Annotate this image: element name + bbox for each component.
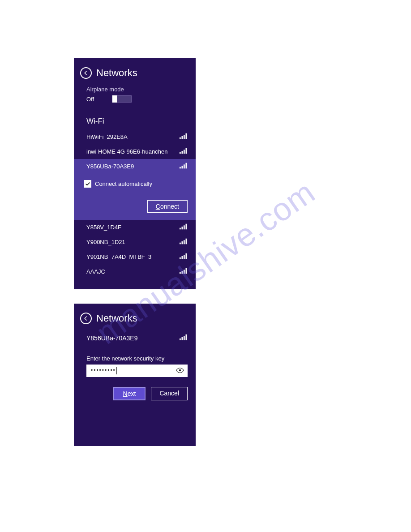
password-mask: ••••••••• <box>91 367 117 374</box>
airplane-mode-label: Airplane mode <box>86 86 188 93</box>
svg-rect-19 <box>186 239 187 245</box>
network-name: Y856UBa-70A3E9 <box>86 163 134 170</box>
wifi-signal-icon <box>180 133 188 141</box>
wifi-signal-icon <box>180 148 188 155</box>
network-item[interactable]: Y900NB_1D21 <box>74 235 196 249</box>
panel-header: Networks <box>74 58 196 83</box>
back-arrow-icon <box>83 315 89 322</box>
svg-rect-8 <box>180 167 181 169</box>
svg-rect-4 <box>180 152 181 154</box>
svg-rect-31 <box>186 335 187 340</box>
svg-rect-24 <box>180 272 181 274</box>
panel-title: Networks <box>96 313 137 324</box>
wifi-signal-icon <box>180 223 188 231</box>
wifi-signal-icon <box>180 238 188 246</box>
wifi-heading: Wi-Fi <box>74 111 196 129</box>
svg-rect-5 <box>182 151 183 154</box>
svg-rect-26 <box>184 270 185 274</box>
svg-rect-25 <box>182 271 183 274</box>
wifi-signal-icon <box>180 163 188 170</box>
svg-rect-0 <box>180 137 181 139</box>
svg-rect-2 <box>184 135 185 139</box>
svg-rect-23 <box>186 253 187 259</box>
svg-rect-17 <box>182 241 183 244</box>
svg-rect-12 <box>180 228 181 230</box>
network-item[interactable]: inwi HOME 4G 96E6-huanchen <box>74 144 196 159</box>
network-name: Y900NB_1D21 <box>86 239 125 245</box>
wifi-signal-icon <box>180 253 188 261</box>
network-name: Y901NB_7A4D_MTBF_3 <box>86 253 151 260</box>
wifi-signal-icon <box>180 334 188 342</box>
network-item[interactable]: AAAJC <box>74 264 196 279</box>
svg-rect-15 <box>186 224 187 230</box>
networks-password-panel: Networks Y856UBa-70A3E9 Enter the networ… <box>74 304 196 446</box>
airplane-mode-toggle[interactable] <box>112 95 132 103</box>
svg-rect-28 <box>180 339 181 340</box>
network-list: HiWiFi_292E8A inwi HOME 4G 96E6-huanchen… <box>74 129 196 279</box>
network-item[interactable]: HiWiFi_292E8A <box>74 129 196 144</box>
connect-automatically-row[interactable]: Connect automatically <box>84 180 188 188</box>
networks-charm-panel: Networks Airplane mode Off Wi-Fi HiWiFi_… <box>74 58 196 289</box>
security-key-input[interactable]: ••••••••• <box>86 365 188 377</box>
svg-rect-9 <box>182 166 183 168</box>
network-name: inwi HOME 4G 96E6-huanchen <box>86 148 167 155</box>
svg-rect-3 <box>186 133 187 139</box>
svg-rect-1 <box>182 136 183 139</box>
current-network-row: Y856UBa-70A3E9 <box>74 329 196 347</box>
current-network-name: Y856UBa-70A3E9 <box>86 335 137 342</box>
connect-button[interactable]: Connect <box>147 200 188 213</box>
network-name: AAAJC <box>86 268 105 275</box>
network-expanded-area: Connect automatically Connect <box>74 174 196 220</box>
svg-rect-30 <box>184 336 185 340</box>
svg-point-32 <box>179 369 181 372</box>
wifi-signal-icon <box>180 268 188 275</box>
network-item-selected[interactable]: Y856UBa-70A3E9 <box>74 159 196 174</box>
svg-rect-11 <box>186 163 187 169</box>
svg-rect-21 <box>182 256 183 259</box>
checkmark-icon <box>85 181 90 187</box>
connect-automatically-checkbox[interactable] <box>84 180 91 188</box>
back-button[interactable] <box>80 313 92 324</box>
back-button[interactable] <box>80 67 92 79</box>
network-name: Y858V_1D4F <box>86 224 121 231</box>
svg-rect-20 <box>180 257 181 259</box>
airplane-mode-section: Airplane mode Off <box>74 83 196 111</box>
reveal-password-icon[interactable] <box>176 367 184 374</box>
svg-rect-10 <box>184 164 185 168</box>
back-arrow-icon <box>83 70 89 76</box>
svg-rect-6 <box>184 150 185 154</box>
svg-rect-14 <box>184 225 185 229</box>
svg-rect-7 <box>186 148 187 154</box>
airplane-mode-state: Off <box>86 96 94 103</box>
toggle-knob <box>112 95 117 103</box>
svg-rect-13 <box>182 227 183 229</box>
cancel-button[interactable]: Cancel <box>151 387 188 400</box>
network-item[interactable]: Y858V_1D4F <box>74 220 196 235</box>
network-item[interactable]: Y901NB_7A4D_MTBF_3 <box>74 249 196 264</box>
security-key-prompt: Enter the network security key <box>74 347 196 365</box>
panel-header: Networks <box>74 304 196 329</box>
next-button[interactable]: Next <box>113 387 146 400</box>
svg-rect-29 <box>182 337 183 340</box>
svg-rect-27 <box>186 268 187 274</box>
svg-rect-18 <box>184 240 185 244</box>
panel-title: Networks <box>96 67 137 79</box>
connect-automatically-label: Connect automatically <box>95 180 152 187</box>
network-name: HiWiFi_292E8A <box>86 133 128 140</box>
svg-rect-22 <box>184 255 185 259</box>
svg-rect-16 <box>180 243 181 245</box>
